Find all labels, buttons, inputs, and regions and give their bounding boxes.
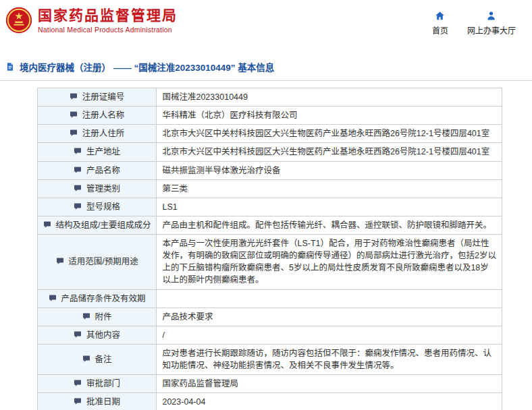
top-nav: 首页 网上办事大厅 — [432, 7, 516, 36]
info-table: 注册证编号 国械注准20233010449 注册人名称 华科精准（北京）医疗科技… — [37, 88, 502, 410]
page-title: 境内医疗器械（注册） —— “国械注准20233010449” 基本信息 — [20, 60, 274, 74]
row-value: / — [162, 330, 164, 340]
row-value — [162, 294, 164, 303]
table-row: 管理类别 第三类 — [38, 179, 502, 198]
document-icon — [5, 62, 15, 71]
note-icon — [49, 294, 57, 302]
row-value: 北京市大兴区中关村科技园区大兴生物医药产业基地永旺西路26号院12-1号楼四层4… — [162, 129, 489, 138]
note-icon — [70, 129, 78, 137]
nav-item-service-hall[interactable]: 网上办事大厅 — [467, 11, 516, 36]
home-icon — [435, 11, 445, 21]
row-label: 批准日期 — [86, 397, 120, 407]
brand-text: 国家药品监督管理局 National Medical Products Admi… — [38, 7, 178, 34]
row-value: LS1 — [162, 202, 177, 212]
note-icon — [56, 257, 64, 265]
nav-item-home[interactable]: 首页 — [432, 11, 448, 36]
row-label: 生产地址 — [86, 147, 120, 156]
info-table-body: 注册证编号 国械注准20233010449 注册人名称 华科精准（北京）医疗科技… — [38, 88, 502, 410]
table-row: 生产地址 北京市大兴区中关村科技园区大兴生物医药产业基地永旺西路26号院12-1… — [38, 143, 502, 161]
table-row: 型号规格 LS1 — [38, 198, 502, 216]
table-row: 适用范围/预期用途 本产品与一次性使用激光光纤套件（LS-T1）配合，用于对药物… — [38, 235, 502, 290]
row-value: 国家药品监督管理局 — [162, 379, 238, 388]
nav-item-label: 网上办事大厅 — [467, 24, 516, 36]
note-icon — [74, 166, 82, 174]
row-value: 第三类 — [162, 184, 188, 194]
row-label: 注册证编号 — [82, 92, 125, 102]
row-value: 北京市大兴区中关村科技园区大兴生物医药产业基地永旺西路26号院12-1号楼四层4… — [162, 147, 489, 156]
note-icon — [82, 355, 90, 363]
table-row: 注册证编号 国械注准20233010449 — [38, 88, 502, 107]
note-icon — [74, 379, 82, 387]
national-emblem-logo — [5, 7, 32, 34]
table-row: 产品储存条件及有效期 — [38, 289, 502, 308]
row-label: 管理类别 — [86, 184, 120, 194]
row-value: 2023-04-04 — [162, 397, 205, 407]
row-label: 产品储存条件及有效期 — [61, 294, 145, 303]
row-label: 其他内容 — [86, 330, 120, 340]
row-label: 适用范围/预期用途 — [68, 257, 138, 266]
note-icon — [74, 397, 82, 405]
row-value: 国械注准20233010449 — [162, 92, 247, 102]
table-row: 备注 应对患者进行长期跟踪随访，随访内容包括但不限于：癫痫发作情况、患者用药情况… — [38, 344, 502, 374]
row-value: 磁共振监测半导体激光治疗设备 — [162, 166, 280, 175]
table-row: 批准日期 2023-04-04 — [38, 393, 502, 410]
table-row: 结构及组成/主要组成成分 产品由主机和配件组成。配件包括传输光纤、耦合器、遥控联… — [38, 216, 502, 234]
note-icon — [74, 330, 82, 339]
page-title-bar: 境内医疗器械（注册） —— “国械注准20233010449” 基本信息 — [0, 53, 532, 81]
row-label: 产品名称 — [86, 166, 120, 175]
site-subtitle: National Medical Products Administration — [38, 26, 178, 34]
row-label: 注册人名称 — [82, 111, 125, 120]
row-label: 备注 — [95, 355, 111, 364]
row-value: 产品由主机和配件组成。配件包括传输光纤、耦合器、遥控联锁、防护眼镜和脚踏开关。 — [162, 221, 491, 230]
row-label: 附件 — [95, 312, 111, 322]
row-label: 结构及组成/主要组成成分 — [55, 221, 151, 230]
row-value: 应对患者进行长期跟踪随访，随访内容包括但不限于：癫痫发作情况、患者用药情况、认知… — [162, 349, 491, 370]
note-icon — [70, 92, 78, 100]
note-icon — [74, 202, 82, 210]
site-title: 国家药品监督管理局 — [38, 7, 178, 24]
row-label: 注册人住所 — [82, 129, 125, 138]
nav-item-label: 首页 — [432, 24, 448, 36]
table-row: 注册人住所 北京市大兴区中关村科技园区大兴生物医药产业基地永旺西路26号院12-… — [38, 125, 502, 143]
note-icon — [74, 147, 82, 155]
note-icon — [70, 111, 78, 119]
table-row: 产品名称 磁共振监测半导体激光治疗设备 — [38, 161, 502, 179]
note-icon — [74, 184, 82, 192]
table-row: 其他内容 / — [38, 326, 502, 344]
table-row: 附件 产品技术要求 — [38, 308, 502, 326]
table-row: 审批部门 国家药品监督管理局 — [38, 375, 502, 393]
row-value: 华科精准（北京）医疗科技有限公司 — [162, 111, 297, 120]
row-label: 审批部门 — [86, 379, 120, 388]
site-header: 国家药品监督管理局 National Medical Products Admi… — [0, 0, 532, 53]
row-value: 产品技术要求 — [162, 312, 213, 322]
note-icon — [43, 221, 51, 229]
note-icon — [82, 312, 90, 320]
row-value: 本产品与一次性使用激光光纤套件（LS-T1）配合，用于对药物难治性癫痫患者（局灶… — [162, 239, 496, 285]
person-icon — [486, 11, 496, 21]
row-label: 型号规格 — [86, 202, 120, 212]
table-row: 注册人名称 华科精准（北京）医疗科技有限公司 — [38, 107, 502, 125]
site-brand: 国家药品监督管理局 National Medical Products Admi… — [5, 7, 178, 34]
